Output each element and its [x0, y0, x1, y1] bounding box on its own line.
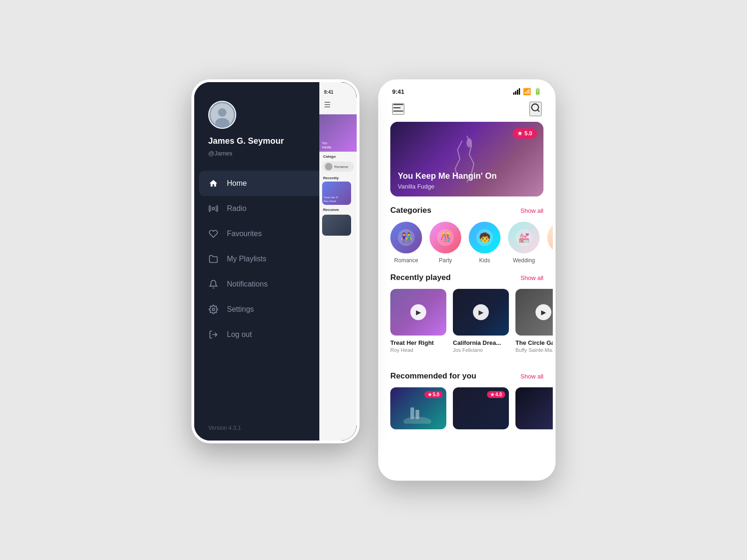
svg-rect-6 [393, 107, 401, 108]
peek-recently-artist: Roy Head [324, 200, 338, 203]
profile-name: James G. Seymour [208, 136, 284, 146]
svg-point-1 [218, 108, 226, 117]
rec-item-2[interactable] [515, 387, 553, 429]
recently-title: Recently played [390, 273, 451, 282]
signal-icon [513, 88, 520, 95]
rec-item-1[interactable]: ★ 4.0 [453, 387, 509, 429]
recently-list: ▶ Treat Her Right Roy Head ▶ California … [381, 289, 553, 362]
play-button-2[interactable]: ▶ [536, 304, 551, 320]
peek-recommended-thumb [322, 215, 351, 236]
left-phone: James G. Seymour @James Home [191, 79, 359, 443]
wedding-circle: 💒 [508, 222, 540, 253]
signal-bar-2 [515, 91, 516, 95]
rec-item-0[interactable]: ★ 5.0 [390, 387, 446, 429]
wedding-label: Wedding [513, 257, 535, 264]
recommended-title: Recommended for you [390, 371, 476, 381]
recently-song-2: The Circle Ga... [515, 339, 553, 346]
svg-text:🎊: 🎊 [440, 232, 451, 243]
peek-hamburger-icon: ☰ [319, 98, 357, 112]
svg-text:👫: 👫 [401, 232, 412, 243]
recently-thumb-0: ▶ [390, 289, 446, 336]
peek-section-recommended: Recomm [319, 205, 357, 213]
recently-item-0[interactable]: ▶ Treat Her Right Roy Head [390, 289, 446, 353]
svg-point-3 [212, 208, 215, 210]
kids-circle: 🧒 [469, 222, 500, 253]
gear-icon [208, 304, 218, 315]
favourites-label: Favourites [227, 230, 262, 238]
recently-artist-0: Roy Head [390, 347, 446, 353]
app-header [381, 98, 553, 122]
rec-star-1: ★ [490, 392, 494, 397]
svg-rect-22 [416, 410, 419, 419]
recently-song-1: California Drea... [453, 339, 509, 346]
category-disco[interactable]: 🪩 D... [547, 222, 553, 264]
peek-hero-card: You Vanilla [319, 114, 357, 152]
rec-rating-value-1: 4.0 [495, 392, 502, 397]
rec-visual-0 [394, 405, 443, 426]
signal-bar-1 [513, 92, 514, 95]
playlists-label: My Playlists [227, 255, 266, 263]
status-time: 9:41 [392, 88, 404, 95]
rec-star-0: ★ [428, 392, 432, 397]
peek-romance-avatar [325, 163, 332, 170]
peek-section-recently: Recently [319, 173, 357, 182]
power-icon [208, 329, 218, 340]
hero-content: You Keep Me Hangin' On Vanilla Fudge [398, 171, 497, 190]
recently-show-all[interactable]: Show all [521, 274, 543, 281]
recently-thumb-2: ▶ [515, 289, 553, 336]
battery-icon: 🔋 [534, 88, 542, 95]
status-icons: 📶 🔋 [513, 88, 542, 95]
category-party[interactable]: 🎊 Party [430, 222, 461, 264]
hero-title: You Keep Me Hangin' On [398, 171, 497, 182]
play-button-0[interactable]: ▶ [410, 304, 426, 320]
notifications-label: Notifications [227, 280, 268, 288]
signal-bar-4 [519, 88, 520, 95]
app-content: ★ 5.0 You Keep Me Hangin' On Vanilla Fud… [381, 122, 553, 478]
recommended-header: Recommended for you Show all [381, 371, 553, 387]
svg-text:💒: 💒 [518, 232, 530, 243]
menu-button[interactable] [392, 103, 404, 115]
svg-rect-7 [393, 111, 403, 112]
categories-show-all[interactable]: Show all [521, 207, 543, 214]
search-button[interactable] [529, 102, 542, 116]
svg-rect-5 [393, 104, 403, 105]
romance-label: Romance [394, 257, 418, 264]
category-wedding[interactable]: 💒 Wedding [508, 222, 540, 264]
peek-hero-artist: Vanilla [322, 145, 331, 149]
hero-rating-value: 5.0 [524, 130, 532, 137]
hero-rating-badge: ★ 5.0 [513, 128, 537, 139]
play-button-1[interactable]: ▶ [473, 304, 489, 320]
heart-icon [208, 229, 218, 239]
party-label: Party [439, 257, 452, 264]
hero-card[interactable]: ★ 5.0 You Keep Me Hangin' On Vanilla Fud… [390, 122, 543, 196]
peek-panel: 9:41 ☰ You Vanilla Catego Romance Recent… [319, 82, 357, 441]
category-romance[interactable]: 👫 Romance [390, 222, 422, 264]
recommended-list: ★ 5.0 ★ 4.0 [381, 387, 553, 429]
bell-icon [208, 279, 218, 289]
categories-list: 👫 Romance 🎊 Party 🧒 Kids [381, 222, 553, 273]
avatar [208, 101, 236, 129]
peek-recently-title: Treat Her R [324, 196, 338, 200]
peek-section-categories: Catego [319, 152, 357, 160]
rec-rating-0: ★ 5.0 [424, 391, 443, 398]
peek-hero-title: You [322, 141, 331, 145]
profile-handle: @James [208, 150, 233, 157]
recently-item-1[interactable]: ▶ California Drea... Jos Feliciano [453, 289, 509, 353]
recently-song-0: Treat Her Right [390, 339, 446, 346]
category-kids[interactable]: 🧒 Kids [469, 222, 500, 264]
recommended-show-all[interactable]: Show all [521, 373, 543, 380]
folder-icon [208, 254, 218, 264]
disco-circle: 🪩 [547, 222, 553, 253]
status-bar: 9:41 📶 🔋 [381, 82, 553, 98]
recently-item-2[interactable]: ▶ The Circle Ga... Buffy Sainte-Ma... [515, 289, 553, 353]
categories-title: Categories [390, 206, 431, 215]
kids-label: Kids [479, 257, 490, 264]
svg-text:🧒: 🧒 [479, 232, 491, 243]
hero-artist: Vanilla Fudge [398, 183, 497, 190]
settings-label: Settings [227, 305, 254, 314]
home-label: Home [227, 179, 247, 188]
peek-category-romance: Romance [322, 161, 354, 172]
recently-artist-1: Jos Feliciano [453, 347, 509, 353]
wifi-icon: 📶 [523, 88, 531, 95]
categories-header: Categories Show all [381, 206, 553, 222]
